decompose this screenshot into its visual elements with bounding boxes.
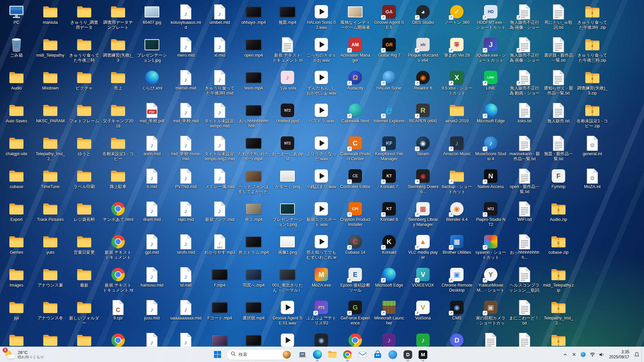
desktop-icon[interactable]: F.mp4 bbox=[203, 266, 236, 288]
desktop-icon[interactable]: ◉ bbox=[305, 332, 338, 349]
desktop-icon[interactable] bbox=[0, 332, 33, 349]
desktop-icon[interactable]: ♪jusu.mid bbox=[135, 299, 169, 321]
desktop-icon[interactable]: だれだFXいれたやつ.mp4 bbox=[237, 135, 270, 162]
desktop-icon[interactable]: テンポあて.html bbox=[101, 201, 135, 222]
desktop-icon[interactable]: ↗backup - ショートカット bbox=[440, 168, 474, 194]
desktop-icon[interactable]: ♻ごみ箱 bbox=[0, 37, 33, 58]
desktop-icon[interactable]: cubase.zip bbox=[542, 234, 575, 255]
desktop-icon[interactable]: 選択肢.mp4 bbox=[237, 299, 270, 321]
desktop-icon[interactable]: ◉↗Blender 4.4 bbox=[440, 201, 474, 222]
desktop-icon[interactable]: Y↗YukkuriMovieM... - ショートカット bbox=[474, 266, 507, 293]
desktop-icon[interactable]: ohhayo-.mp4 bbox=[237, 4, 270, 25]
desktop-icon[interactable]: ↗Cakewalk Next bbox=[338, 102, 372, 124]
desktop-icon[interactable]: ⚙general.ini bbox=[576, 135, 609, 157]
desktop-icon[interactable]: パズドラ.wav bbox=[305, 102, 338, 124]
desktop-icon[interactable]: cubase bbox=[0, 168, 33, 189]
desktop-icon[interactable]: Audio.zip bbox=[542, 201, 575, 222]
desktop-icon[interactable]: Audio bbox=[0, 69, 33, 91]
desktop-icon[interactable]: 小銭詰まり.wav bbox=[305, 168, 338, 189]
desktop-icon[interactable]: ゆうと bbox=[67, 135, 101, 157]
desktop-icon[interactable]: ♪uaaaaaaaaa.mid bbox=[169, 299, 203, 321]
desktop-icon[interactable]: ◉↗Steinberg Downlo... bbox=[406, 168, 440, 194]
taskbar-pinned-microsoft-store[interactable] bbox=[371, 348, 385, 361]
desktop-icon[interactable]: KF↗Keepforest File Manager bbox=[372, 135, 406, 162]
desktop-icon[interactable]: chatgpt-site bbox=[0, 135, 33, 157]
desktop-icon[interactable]: ♪b.mid bbox=[135, 168, 169, 189]
desktop-icon[interactable]: ↗無人販売不正行為 画像 - ショートカット bbox=[508, 37, 541, 63]
desktop-icon[interactable]: HD↗HDDFMT.exe - ショートカット bbox=[474, 4, 507, 30]
desktop-icon[interactable]: NT2おーまーにあ.ppsf bbox=[271, 135, 304, 162]
desktop-icon[interactable]: おっhhhhhhhhhhhh... bbox=[237, 102, 270, 129]
desktop-icon[interactable]: R↗REAPER (x64) bbox=[406, 102, 440, 124]
desktop-icon[interactable]: e↗Internet Explorer bbox=[372, 102, 406, 124]
desktop-icon[interactable]: Telepathy_Inst_2... bbox=[542, 299, 575, 326]
desktop-icon[interactable]: ◉↗Steam bbox=[406, 135, 440, 157]
desktop-icon[interactable]: ラベル印刷 bbox=[67, 168, 101, 189]
desktop-icon[interactable]: V↗VOICEVOX bbox=[406, 266, 440, 288]
desktop-icon[interactable]: PDFmid_学校.pdf bbox=[135, 102, 169, 124]
desktop-icon[interactable]: よりうさくなった.wav bbox=[305, 135, 338, 162]
taskbar-pinned-system-monitor[interactable] bbox=[295, 348, 309, 361]
desktop-icon[interactable]: ♪MP3わかりやす.mp3 bbox=[203, 234, 236, 255]
desktop-icon[interactable]: ピクチャ bbox=[67, 69, 101, 91]
desktop-icon[interactable]: ♪ bbox=[406, 332, 440, 349]
desktop-icon[interactable]: ♪gpt.mid bbox=[135, 234, 169, 255]
desktop-icon[interactable]: くらび.xml bbox=[135, 69, 169, 91]
desktop-icon[interactable]: Telepathy_Inst_2... bbox=[34, 135, 67, 162]
desktop-icon[interactable]: Images bbox=[0, 266, 33, 288]
desktop-icon[interactable] bbox=[542, 332, 575, 349]
desktop-icon[interactable]: かるーく.png bbox=[271, 168, 304, 189]
desktop-icon[interactable]: ♪dram.mid bbox=[135, 201, 169, 222]
notification-button[interactable] bbox=[632, 349, 641, 361]
start-button[interactable] bbox=[211, 348, 224, 361]
tray-expand-button[interactable] bbox=[561, 349, 570, 361]
desktop-icon[interactable]: プレゼンテーション1.png bbox=[271, 201, 304, 227]
desktop-icon[interactable]: Auto Saves bbox=[0, 102, 33, 124]
desktop-icon[interactable]: ◉↗CMS bbox=[440, 299, 474, 321]
desktop-icon[interactable]: きゅうり食ってた午後三時 bbox=[67, 37, 101, 63]
desktop-icon[interactable]: 調査用データテンプレート bbox=[101, 4, 135, 30]
desktop-icon[interactable]: 001_東北きりたん（ノーマル）_今じゃ... bbox=[271, 266, 304, 293]
desktop-icon[interactable]: 父子キャンプ2018 bbox=[101, 102, 135, 129]
desktop-icon[interactable]: きゅうり食ってた午後3時 .zip bbox=[576, 4, 609, 30]
desktop-icon[interactable]: open.mp4 bbox=[237, 37, 270, 58]
desktop-icon[interactable]: HALion Sonic 02.wav bbox=[305, 4, 338, 30]
desktop-icon[interactable]: ♪新規 テキスト ドキュメント.musicxml bbox=[271, 37, 304, 63]
desktop-icon[interactable] bbox=[101, 332, 135, 349]
desktop-icon[interactable]: ♪ bbox=[169, 332, 203, 349]
desktop-icon[interactable]: ♪新規ソング.mid bbox=[203, 201, 236, 222]
desktop-icon[interactable]: 新規 テキスト ドキュメント (2).html bbox=[101, 234, 135, 260]
desktop-icon[interactable]: きゅうり食ってた午後三時.zip bbox=[576, 37, 609, 63]
desktop-icon[interactable] bbox=[338, 332, 372, 349]
desktop-icon[interactable]: 最新 bbox=[67, 266, 101, 288]
desktop-icon[interactable] bbox=[474, 332, 507, 349]
desktop-icon[interactable]: teion.mp4 bbox=[237, 69, 270, 91]
desktop-icon[interactable]: こっちのｈｄｓｂお.wav bbox=[305, 37, 338, 63]
desktop-icon[interactable]: V↗VoiSona bbox=[406, 299, 440, 321]
desktop-icon[interactable]: ↗syasinn - ショートカット bbox=[474, 234, 507, 260]
desktop-icon[interactable]: ♪PVTNd.mid bbox=[169, 168, 203, 189]
desktop-icon[interactable]: ↗Microsoft Edge bbox=[372, 266, 406, 288]
show-desktop-button[interactable] bbox=[641, 347, 643, 362]
desktop-icon[interactable]: ↗Microsoft Edge bbox=[474, 102, 507, 124]
desktop-icon[interactable]: ♪ bbox=[135, 332, 169, 349]
desktop-icon[interactable]: ▣↗家の防犯カメラ - ショートカット bbox=[474, 299, 507, 326]
desktop-icon[interactable]: ♪タイトル未設定.tempo.mid bbox=[203, 102, 236, 129]
desktop-icon[interactable]: フォトフレーム bbox=[67, 102, 101, 124]
desktop-icon[interactable]: プレゼンテーション1.jpg bbox=[135, 37, 169, 63]
desktop-icon[interactable] bbox=[67, 332, 101, 349]
desktop-icon[interactable]: ↗無人販売不正行為 画像 - ショートカッ... bbox=[508, 4, 541, 31]
desktop-icon[interactable]: airset2-2019 bbox=[440, 102, 474, 124]
desktop-icon[interactable]: ♪きゅうり食ってた午後3時.mid bbox=[203, 69, 236, 96]
desktop-icon[interactable] bbox=[271, 332, 304, 349]
desktop-icon[interactable]: ◕↗OBS Studio bbox=[406, 4, 440, 25]
desktop-icon[interactable]: 65407.jpg bbox=[135, 4, 169, 25]
taskbar-pinned-mail[interactable] bbox=[356, 348, 370, 361]
desktop-icon[interactable]: ♪ bbox=[372, 332, 406, 349]
desktop-icon[interactable]: D bbox=[440, 332, 474, 349]
taskbar-pinned-file-explorer[interactable] bbox=[325, 348, 339, 361]
desktop-icon[interactable]: WIFI.txt bbox=[508, 201, 541, 222]
desktop-icon[interactable]: 名称未設定1 - コピー bbox=[101, 135, 135, 162]
desktop-icon[interactable]: ♪うみ.ustx bbox=[271, 69, 304, 91]
taskbar-pinned-discord[interactable]: D bbox=[401, 348, 415, 361]
